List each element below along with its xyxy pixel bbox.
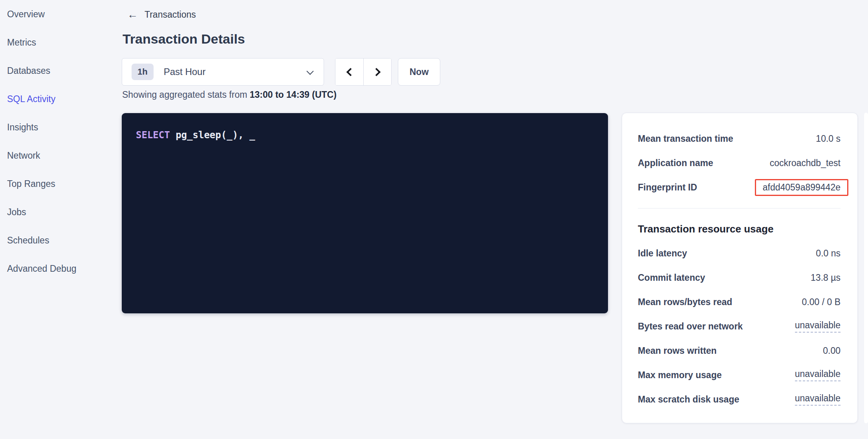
- detail-label: Max scratch disk usage: [638, 394, 739, 405]
- time-controls: 1h Past Hour Now: [122, 58, 440, 86]
- time-range-badge: 1h: [132, 64, 154, 80]
- detail-row-mean-transaction-time: Mean transaction time 10.0 s: [638, 126, 841, 151]
- unavailable-value-tooltip[interactable]: unavailable: [795, 369, 841, 381]
- chevron-right-icon: [372, 68, 380, 76]
- unavailable-value-tooltip[interactable]: unavailable: [795, 320, 841, 333]
- sidebar-item-insights[interactable]: Insights: [0, 113, 118, 141]
- detail-label: Mean rows/bytes read: [638, 297, 732, 307]
- sidebar: Overview Metrics Databases SQL Activity …: [0, 0, 118, 439]
- time-range-dropdown[interactable]: 1h Past Hour: [122, 58, 324, 86]
- detail-label: Idle latency: [638, 248, 687, 259]
- chevron-down-icon: [306, 68, 313, 75]
- transaction-details-panel: Mean transaction time 10.0 s Application…: [622, 113, 858, 423]
- prev-time-button[interactable]: [335, 59, 363, 85]
- detail-row-bytes-read-over-network: Bytes read over network unavailable: [638, 314, 841, 338]
- sql-statement-box: SELECT pg_sleep(_), _: [122, 113, 608, 313]
- sidebar-item-network[interactable]: Network: [0, 141, 118, 170]
- detail-value: 0.0 ns: [816, 248, 841, 259]
- detail-value: 10.0 s: [816, 134, 841, 144]
- arrow-left-icon: ←: [127, 9, 138, 20]
- breadcrumb-label: Transactions: [145, 9, 196, 20]
- now-button[interactable]: Now: [398, 58, 440, 86]
- sidebar-item-sql-activity[interactable]: SQL Activity: [0, 85, 118, 113]
- sidebar-item-top-ranges[interactable]: Top Ranges: [0, 170, 118, 198]
- detail-label: Max memory usage: [638, 370, 722, 380]
- detail-row-mean-rows-written: Mean rows written 0.00: [638, 338, 841, 363]
- detail-value: cockroachdb_test: [770, 158, 841, 168]
- sidebar-item-databases[interactable]: Databases: [0, 57, 118, 85]
- scrollbar-track[interactable]: [864, 113, 868, 423]
- detail-label: Commit latency: [638, 273, 705, 283]
- detail-label: Application name: [638, 158, 713, 168]
- detail-value: 0.00 / 0 B: [802, 297, 841, 307]
- resource-usage-heading: Transaction resource usage: [638, 221, 841, 237]
- next-time-button[interactable]: [363, 59, 391, 85]
- detail-label: Bytes read over network: [638, 321, 743, 332]
- sidebar-item-overview[interactable]: Overview: [0, 0, 118, 28]
- detail-row-max-memory-usage: Max memory usage unavailable: [638, 363, 841, 387]
- detail-label: Mean transaction time: [638, 134, 733, 144]
- time-range-label: Past Hour: [164, 66, 206, 77]
- detail-label: Mean rows written: [638, 346, 717, 356]
- summary-range: 13:00 to 14:39 (UTC): [250, 90, 337, 100]
- detail-value: 0.00: [823, 346, 841, 356]
- sidebar-item-jobs[interactable]: Jobs: [0, 198, 118, 226]
- detail-row-max-scratch-disk-usage: Max scratch disk usage unavailable: [638, 387, 841, 412]
- detail-row-fingerprint-id: Fingerprint ID afdd4059a899442e: [638, 175, 841, 199]
- fingerprint-id-highlight: afdd4059a899442e: [755, 179, 848, 196]
- detail-row-idle-latency: Idle latency 0.0 ns: [638, 241, 841, 265]
- detail-label: Fingerprint ID: [638, 182, 697, 193]
- chevron-left-icon: [346, 68, 355, 76]
- resource-usage-rows: Idle latency 0.0 ns Commit latency 13.8 …: [638, 241, 841, 412]
- panel-divider: [638, 208, 841, 209]
- page-title: Transaction Details: [123, 31, 245, 47]
- detail-row-mean-rows-bytes-read: Mean rows/bytes read 0.00 / 0 B: [638, 290, 841, 314]
- unavailable-value-tooltip[interactable]: unavailable: [795, 393, 841, 406]
- aggregated-stats-summary: Showing aggregated stats from 13:00 to 1…: [122, 90, 337, 100]
- detail-row-commit-latency: Commit latency 13.8 µs: [638, 265, 841, 290]
- summary-prefix: Showing aggregated stats from: [122, 90, 250, 100]
- breadcrumb-back-link[interactable]: ← Transactions: [127, 9, 196, 20]
- sidebar-item-metrics[interactable]: Metrics: [0, 28, 118, 57]
- sql-body: pg_sleep(_), _: [170, 130, 255, 141]
- time-pager: [335, 58, 392, 86]
- detail-value: 13.8 µs: [811, 273, 841, 283]
- sql-statement-text: SELECT pg_sleep(_), _: [136, 130, 594, 141]
- sidebar-item-advanced-debug[interactable]: Advanced Debug: [0, 254, 118, 283]
- sql-keyword: SELECT: [136, 130, 170, 141]
- sidebar-item-schedules[interactable]: Schedules: [0, 226, 118, 254]
- detail-row-application-name: Application name cockroachdb_test: [638, 151, 841, 175]
